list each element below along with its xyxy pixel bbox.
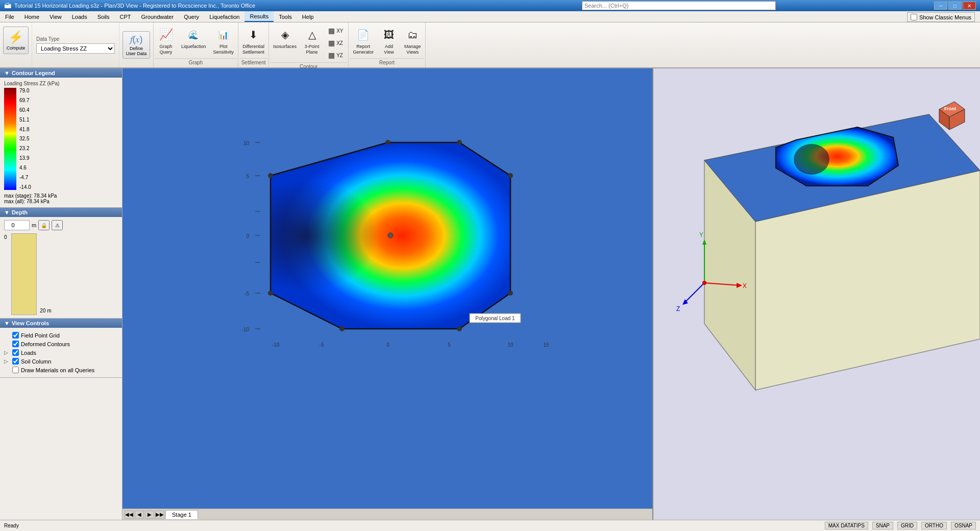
svg-text:15: 15	[543, 342, 549, 348]
stage-nav-prev[interactable]: ◀	[135, 511, 144, 519]
svg-point-6	[508, 291, 513, 296]
svg-point-5	[508, 173, 513, 178]
depth-diagram: 20 m	[11, 233, 37, 315]
graph-query-button[interactable]: 📈 GraphQuery	[155, 25, 177, 57]
status-grid[interactable]: GRID	[897, 522, 917, 529]
menu-soils[interactable]: Soils	[92, 11, 115, 22]
svg-text:-5: -5	[320, 342, 324, 348]
svg-text:-10: -10	[242, 327, 250, 332]
title-bar-left: 🏔 Tutorial 15 Horizontal Loading.s3z - P…	[4, 2, 255, 10]
contour-values: 79.0 69.7 60.4 51.1 41.8 32.5 23.2 13.9 …	[19, 88, 31, 190]
menu-file[interactable]: File	[0, 11, 19, 22]
menu-groundwater[interactable]: Groundwater	[136, 11, 179, 22]
stage-nav-first[interactable]: ◀◀	[125, 511, 134, 519]
svg-text:Polygonal Load 1: Polygonal Load 1	[475, 316, 515, 321]
ribbon: ⚡ Compute Data Type Loading Stress ZZ 𝑓(…	[0, 22, 980, 68]
svg-point-46	[702, 281, 706, 285]
menu-help[interactable]: Help	[297, 11, 319, 22]
max-all-label: max (all): 78.34 kPa	[4, 199, 118, 204]
xy-button[interactable]: ▦ XY	[326, 26, 345, 36]
svg-text:0: 0	[386, 342, 389, 348]
contour-bar-container: 79.0 69.7 60.4 51.1 41.8 32.5 23.2 13.9 …	[4, 88, 118, 190]
ribbon-group-contour: ◈ Isosurfaces △ 3-PointPlane ▦ XY ▦ XZ ▦…	[269, 22, 349, 67]
contour-legend-header[interactable]: ▼ Contour Legend	[0, 68, 122, 78]
view-control-soil-column: ▷ Soil Column	[4, 357, 118, 366]
field-point-grid-checkbox[interactable]	[12, 332, 19, 339]
view-controls-header[interactable]: ▼ View Controls	[0, 319, 122, 328]
menu-cpt[interactable]: CPT	[115, 11, 136, 22]
view-3d[interactable]: Y Z X Front	[653, 68, 980, 520]
svg-point-10	[268, 173, 273, 178]
svg-point-7	[457, 326, 462, 331]
show-classic-menus-button[interactable]: Show Classic Menus	[907, 12, 975, 22]
soil-column-expand-btn[interactable]: ▷	[4, 358, 10, 364]
menu-bar: File Home View Loads Soils CPT Groundwat…	[0, 11, 980, 22]
depth-unit: m	[32, 222, 36, 228]
depth-header[interactable]: ▼ Depth	[0, 208, 122, 217]
menu-tools[interactable]: Tools	[274, 11, 297, 22]
svg-point-2	[388, 233, 393, 238]
liquefaction-button[interactable]: 🌊 Liquefaction	[178, 25, 209, 57]
depth-input[interactable]	[4, 220, 30, 230]
depth-section: ▼ Depth m 🔒 ⚠ 0 20 m	[0, 208, 122, 319]
define-user-data-button[interactable]: 𝑓(𝑥) DefineUser Data	[122, 31, 150, 59]
depth-bottom-label: 20 m	[40, 308, 51, 313]
draw-materials-checkbox[interactable]	[12, 367, 19, 373]
stage-nav-last[interactable]: ▶▶	[155, 511, 164, 519]
depth-content: m 🔒 ⚠ 0 20 m	[0, 217, 122, 318]
status-snap[interactable]: SNAP	[872, 522, 893, 529]
menu-results[interactable]: Results	[244, 11, 274, 22]
stage-tabs: ◀◀ ◀ ▶ ▶▶ Stage 1	[122, 509, 652, 520]
main-layout: ▼ Contour Legend Loading Stress ZZ (kPa)…	[0, 68, 980, 520]
stage-nav-next[interactable]: ▶	[145, 511, 154, 519]
svg-text:Z: Z	[676, 305, 680, 312]
plan-view[interactable]: 10 5 0 -5 -10 -10 -5 0 5 10 15 Polygonal…	[122, 68, 653, 520]
search-input[interactable]	[582, 1, 776, 10]
menu-liquefaction[interactable]: Liquefaction	[204, 11, 244, 22]
loads-expand-btn[interactable]: ▷	[4, 350, 10, 355]
deformed-contours-checkbox[interactable]	[12, 341, 19, 347]
menu-loads[interactable]: Loads	[67, 11, 92, 22]
status-osnap[interactable]: OSNAP	[951, 522, 976, 529]
menu-query[interactable]: Query	[179, 11, 204, 22]
depth-zero-label: 0	[4, 233, 7, 240]
report-generator-button[interactable]: 📄 ReportGenerator	[350, 25, 377, 57]
depth-warning-button[interactable]: ⚠	[52, 220, 63, 230]
ribbon-group-report: 📄 ReportGenerator 🖼 AddView 🗂 ManageView…	[349, 22, 425, 67]
soil-column-checkbox[interactable]	[12, 358, 19, 365]
svg-point-8	[339, 326, 345, 331]
status-right: MAX DATATIPS SNAP GRID ORTHO OSNAP	[825, 522, 976, 529]
status-ortho[interactable]: ORTHO	[921, 522, 947, 529]
data-type-row: Loading Stress ZZ	[36, 43, 115, 54]
data-type-select[interactable]: Loading Stress ZZ	[36, 43, 115, 54]
status-max-datatips[interactable]: MAX DATATIPS	[825, 522, 868, 529]
view-3d-svg: Y Z X Front	[653, 68, 980, 520]
yz-button[interactable]: ▦ YZ	[326, 50, 345, 60]
menu-home[interactable]: Home	[19, 11, 44, 22]
plot-sensitivity-button[interactable]: 📊 PlotSensitivity	[210, 25, 237, 57]
manage-views-button[interactable]: 🗂 ManageViews	[401, 25, 424, 57]
differential-settlement-button[interactable]: ⬇ DifferentialSettlement	[239, 25, 267, 57]
3point-plane-button[interactable]: △ 3-PointPlane	[301, 25, 323, 61]
add-view-button[interactable]: 🖼 AddView	[378, 25, 400, 57]
menu-view[interactable]: View	[44, 11, 67, 22]
depth-lock-button[interactable]: 🔒	[38, 220, 50, 230]
isosurfaces-button[interactable]: ◈ Isosurfaces	[270, 25, 300, 61]
loads-checkbox[interactable]	[12, 349, 19, 356]
close-button[interactable]: ✕	[963, 2, 976, 10]
stage-tab-1[interactable]: Stage 1	[165, 510, 198, 519]
title-text: Tutorial 15 Horizontal Loading.s3z - Pla…	[14, 3, 255, 9]
compute-button[interactable]: ⚡ Compute	[3, 27, 29, 54]
xz-button[interactable]: ▦ XZ	[326, 38, 345, 48]
minimize-button[interactable]: ─	[934, 2, 947, 10]
maximize-button[interactable]: □	[948, 2, 962, 10]
show-classic-menus-checkbox[interactable]	[911, 14, 917, 20]
svg-text:-5: -5	[244, 291, 249, 297]
content-area: 10 5 0 -5 -10 -10 -5 0 5 10 15 Polygonal…	[122, 68, 980, 520]
depth-diagram-container: 0 20 m	[4, 233, 118, 315]
contour-data-label: Loading Stress ZZ (kPa)	[4, 81, 118, 86]
view-control-deformed-contours: Deformed Contours	[4, 340, 118, 348]
contour-legend-content: Loading Stress ZZ (kPa) 79.0 69.7 60.4 5…	[0, 78, 122, 207]
view-control-field-point-grid: Field Point Grid	[4, 331, 118, 340]
svg-line-40	[684, 283, 704, 303]
